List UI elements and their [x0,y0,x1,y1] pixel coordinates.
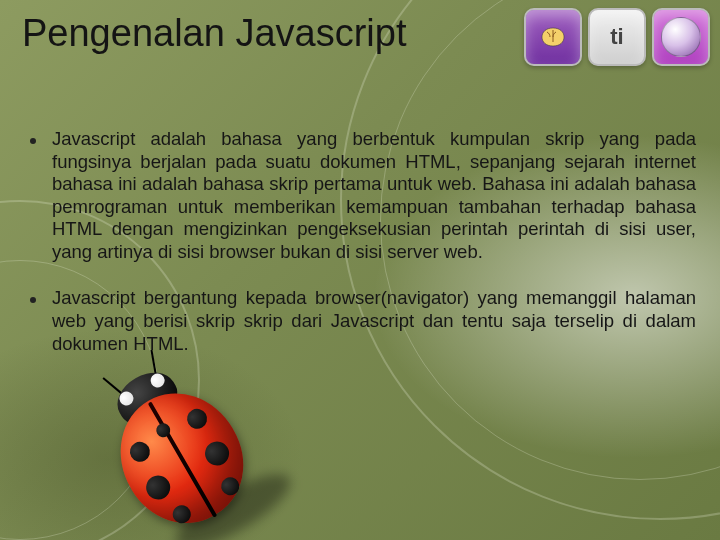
logo-row: ti [524,8,710,66]
bullet-text: Javascript bergantung kepada browser(nav… [52,287,696,355]
bullet-item: Javascript bergantung kepada browser(nav… [30,287,696,355]
logo-ti: ti [588,8,646,66]
bullet-item: Javascript adalah bahasa yang berbentuk … [30,128,696,263]
bullet-dot-icon [30,138,36,144]
slide-body: Javascript adalah bahasa yang berbentuk … [30,128,696,379]
logo-ti-text: ti [610,24,623,50]
bullet-dot-icon [30,297,36,303]
logo-seal-icon [652,8,710,66]
logo-brain-icon [524,8,582,66]
bullet-text: Javascript adalah bahasa yang berbentuk … [52,128,696,263]
slide-title: Pengenalan Javascript [22,12,406,55]
